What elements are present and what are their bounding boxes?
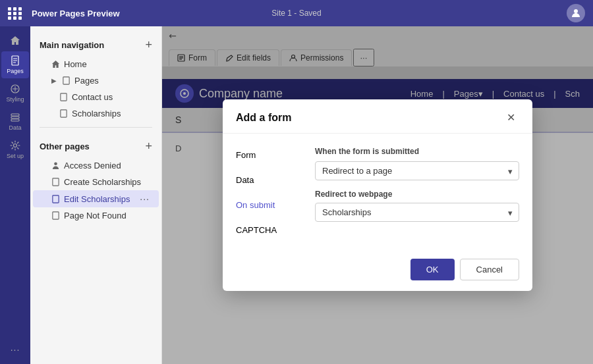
content-area: ↖ Form Edit fields bbox=[162, 26, 593, 364]
sidebar-item-home[interactable]: Home bbox=[33, 56, 159, 72]
rail-data[interactable]: Data bbox=[1, 108, 29, 135]
app-grid-icon[interactable] bbox=[8, 7, 22, 20]
sidebar-item-edit-scholarships[interactable]: Edit Scholarships ··· bbox=[33, 190, 159, 207]
svg-rect-6 bbox=[11, 114, 19, 116]
modal-close-button[interactable]: ✕ bbox=[503, 110, 519, 125]
rail-setup-label: Set up bbox=[7, 153, 24, 159]
modal-title: Add a form bbox=[236, 112, 291, 124]
rail-data-label: Data bbox=[9, 124, 21, 131]
sidebar-item-scholarships[interactable]: Scholarships bbox=[33, 105, 159, 122]
add-form-modal: Add a form ✕ Form Data bbox=[223, 99, 532, 291]
svg-rect-12 bbox=[61, 110, 67, 117]
add-main-nav-button[interactable]: + bbox=[145, 38, 152, 52]
chevron-icon: ▶ bbox=[51, 77, 57, 84]
label-on-submit: On submit bbox=[236, 197, 302, 213]
cancel-button[interactable]: Cancel bbox=[460, 259, 519, 280]
sidebar-item-page-not-found[interactable]: Page Not Found bbox=[33, 207, 159, 224]
sidebar-item-create-scholarships[interactable]: Create Scholarships bbox=[33, 174, 159, 190]
redirect-webpage-label: Redirect to webpage bbox=[315, 190, 519, 199]
add-other-pages-button[interactable]: + bbox=[145, 140, 152, 153]
sidebar-item-pages[interactable]: ▶ Pages bbox=[33, 72, 159, 89]
modal-header: Add a form ✕ bbox=[223, 99, 532, 134]
rail-setup[interactable]: Set up bbox=[1, 136, 29, 163]
sidebar: Main navigation + Home ▶ Pages Contact u… bbox=[30, 26, 162, 364]
topbar: Power Pages Preview Site 1 - Saved bbox=[0, 0, 593, 26]
redirect-to-page-select[interactable]: Redirect to a page bbox=[315, 161, 519, 180]
modal-left-labels: Form Data On submit CAPTCHA bbox=[236, 147, 302, 238]
other-pages-header: Other pages + bbox=[30, 136, 161, 157]
svg-point-13 bbox=[54, 162, 57, 165]
site-status: Site 1 - Saved bbox=[271, 9, 321, 18]
svg-rect-14 bbox=[53, 178, 59, 186]
rail-home[interactable] bbox=[1, 32, 29, 50]
svg-point-0 bbox=[574, 9, 578, 13]
rail-pages[interactable]: Pages bbox=[1, 51, 29, 78]
label-captcha: CAPTCHA bbox=[236, 222, 302, 238]
label-data: Data bbox=[236, 172, 302, 188]
svg-rect-15 bbox=[53, 195, 59, 202]
scholarships-select[interactable]: Scholarships bbox=[315, 203, 519, 222]
ok-button[interactable]: OK bbox=[410, 259, 455, 280]
left-rail: Pages Styling Data Set up bbox=[0, 26, 30, 364]
sidebar-item-access-denied[interactable]: Access Denied bbox=[33, 157, 159, 174]
rail-styling[interactable]: Styling bbox=[1, 80, 29, 107]
svg-rect-10 bbox=[63, 77, 69, 84]
app-title: Power Pages Preview bbox=[32, 9, 293, 18]
main-nav-header: Main navigation + bbox=[30, 34, 161, 56]
svg-rect-16 bbox=[53, 212, 59, 219]
scholarships-wrapper: Scholarships bbox=[315, 203, 519, 222]
modal-two-col: Form Data On submit CAPTCHA bbox=[236, 147, 519, 238]
user-avatar[interactable] bbox=[567, 4, 585, 22]
rail-pages-label: Pages bbox=[7, 68, 24, 74]
svg-point-9 bbox=[14, 144, 17, 147]
svg-rect-8 bbox=[11, 119, 19, 121]
redirect-to-page-wrapper: Redirect to a page bbox=[315, 161, 519, 180]
svg-rect-7 bbox=[11, 117, 19, 118]
rail-styling-label: Styling bbox=[6, 96, 24, 103]
modal-body: Form Data On submit CAPTCHA bbox=[223, 134, 532, 251]
rail-more[interactable]: ··· bbox=[1, 340, 29, 359]
sidebar-item-contact[interactable]: Contact us bbox=[33, 89, 159, 105]
more-options-icon[interactable]: ··· bbox=[140, 194, 150, 204]
svg-rect-11 bbox=[61, 93, 67, 101]
modal-overlay: Add a form ✕ Form Data bbox=[162, 26, 593, 364]
when-submitted-label: When the form is submitted bbox=[315, 147, 519, 156]
modal-right-content: When the form is submitted Redirect to a… bbox=[315, 147, 519, 238]
label-form: Form bbox=[236, 147, 302, 163]
modal-footer: OK Cancel bbox=[223, 251, 532, 291]
